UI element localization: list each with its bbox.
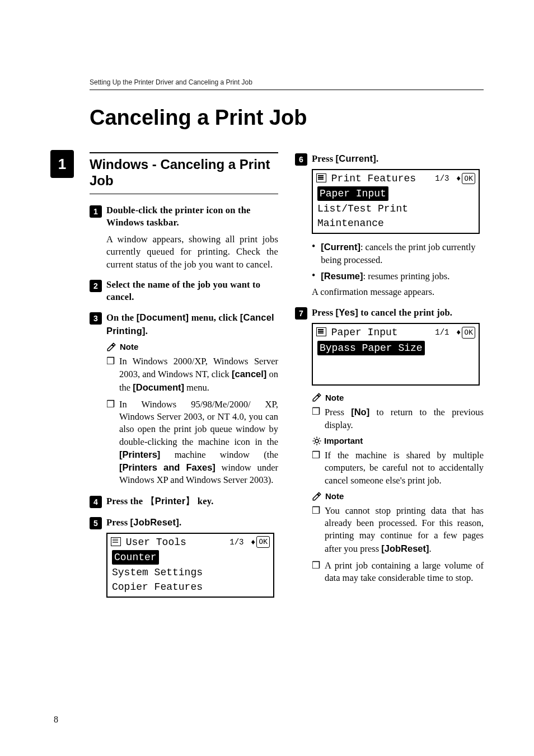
ui-label-printers-faxes: [Printers and Faxes] xyxy=(119,462,216,472)
screen-pager: 1/3 xyxy=(229,537,243,548)
txt: . xyxy=(146,326,148,336)
lcd-screen-print-features: Print Features 1/3 ♦OK Paper Input List/… xyxy=(312,169,480,234)
step-text: Press the Printer key. xyxy=(106,495,214,508)
list-item: ❒ In Windows 95/98/Me/2000/ XP, Windows … xyxy=(106,398,278,487)
screen-pager: 1/3 xyxy=(435,173,449,184)
list-item: ❒ If the machine is shared by multiple c… xyxy=(312,449,484,487)
step-tail: A confirmation message appears. xyxy=(312,286,484,298)
step-1: 1 Double-click the printer icon on the W… xyxy=(90,204,278,271)
txt: key. xyxy=(195,496,214,506)
ui-label-cancel: [cancel] xyxy=(232,369,266,379)
list-item: ❒ In Windows 2000/XP, Windows Server 200… xyxy=(106,355,278,394)
txt: Press xyxy=(312,153,336,164)
ui-label-jobreset: [JobReset] xyxy=(130,517,179,527)
pencil-icon xyxy=(106,342,116,352)
ui-label-current: [Current] xyxy=(336,153,376,163)
ui-label-printers: [Printers] xyxy=(119,449,160,459)
step-number: 7 xyxy=(295,307,307,320)
right-column: 6 Press [Current]. Print Features 1/3 ♦O… xyxy=(295,152,484,605)
bullet-icon: • xyxy=(312,270,315,283)
bullet-icon: ❒ xyxy=(106,398,115,487)
section-heading: Windows - Canceling a Print Job xyxy=(90,152,278,194)
list-icon xyxy=(111,537,120,545)
list-item: • [Resume]: resumes printing jobs. xyxy=(312,270,484,283)
screen-title: Paper Input xyxy=(331,327,398,338)
note-list: ❒ You cannot stop printing data that has… xyxy=(312,505,484,585)
ui-label-current: [Current] xyxy=(321,242,360,252)
screen-pager: 1/1 xyxy=(435,327,449,338)
lcd-screen-paper-input: Paper Input 1/1 ♦OK Bypass Paper Size xyxy=(312,323,480,386)
lcd-screen-user-tools: User Tools 1/3 ♦OK Counter System Settin… xyxy=(106,533,274,598)
txt: . xyxy=(179,517,181,528)
list-item: • [Current]: cancels the print job curre… xyxy=(312,241,484,266)
ui-label-resume: [Resume] xyxy=(321,271,363,281)
screen-title: User Tools xyxy=(126,537,186,548)
ok-icon: OK xyxy=(462,327,475,339)
note-heading: Note xyxy=(312,491,484,501)
step-number: 6 xyxy=(295,153,307,166)
note-heading: Note xyxy=(106,342,278,352)
arrow-icon: ♦ xyxy=(456,327,461,338)
step-6: 6 Press [Current]. Print Features 1/3 ♦O… xyxy=(295,152,484,298)
pencil-icon xyxy=(312,392,322,402)
printer-key: Printer xyxy=(146,496,195,506)
ui-label-document: [Document] xyxy=(133,382,184,392)
list-icon xyxy=(316,173,325,181)
bullet-icon: ❒ xyxy=(312,406,320,431)
note-label: Note xyxy=(120,342,138,351)
ui-label-no: [No] xyxy=(351,407,369,417)
left-column: Windows - Canceling a Print Job 1 Double… xyxy=(90,152,278,605)
arrow-icon: ♦ xyxy=(251,537,255,548)
screen-row: List/Test Print xyxy=(315,201,476,216)
ok-icon: OK xyxy=(256,536,270,548)
bullet-icon: ❒ xyxy=(106,355,115,394)
step-number: 4 xyxy=(90,496,102,508)
list-item: ❒ A print job containing a large volume … xyxy=(312,560,484,585)
note-list: ❒ In Windows 2000/XP, Windows Server 200… xyxy=(106,355,278,487)
important-list: ❒ If the machine is shared by multiple c… xyxy=(312,449,484,487)
step-number: 3 xyxy=(90,312,102,325)
running-header: Setting Up the Printer Driver and Cancel… xyxy=(90,78,484,90)
note-list: ❒ Press [No] to return to the previous d… xyxy=(312,406,484,431)
step-text: Press [JobReset]. xyxy=(106,516,181,529)
txt: If the machine is shared by multiple com… xyxy=(325,449,484,487)
txt: menu. xyxy=(184,382,209,393)
txt: Press the xyxy=(106,496,146,506)
gear-icon xyxy=(312,436,322,446)
txt: Press xyxy=(325,407,351,417)
list-icon xyxy=(316,327,325,335)
step-text: Press [Current]. xyxy=(312,152,378,165)
svg-point-0 xyxy=(315,439,318,443)
txt: . xyxy=(376,153,378,164)
screen-title: Print Features xyxy=(331,173,416,184)
step-7: 7 Press [Yes] to cancel the print job. P… xyxy=(295,306,484,584)
bullet-icon: • xyxy=(312,241,315,266)
txt: : resumes printing jobs. xyxy=(363,271,450,281)
note-heading: Note xyxy=(312,392,484,402)
screen-row-selected: Paper Input xyxy=(317,186,388,201)
step-3: 3 On the [Document] menu, click [Cancel … xyxy=(90,311,278,486)
bullet-icon: ❒ xyxy=(312,449,320,487)
screen-row: System Settings xyxy=(110,565,271,580)
screen-row: Copier Features xyxy=(110,580,271,594)
txt: machine window (the xyxy=(160,449,278,460)
bullet-icon: ❒ xyxy=(312,560,320,585)
page-title: Canceling a Print Job xyxy=(90,106,484,130)
txt: In Windows 95/98/Me/2000/ XP, Windows Se… xyxy=(119,399,278,447)
step-text: Double-click the printer icon on the Win… xyxy=(106,204,278,229)
pencil-icon xyxy=(312,491,322,501)
ui-label-jobreset: [JobReset] xyxy=(381,543,429,553)
screen-row-selected: Bypass Paper Size xyxy=(317,341,425,355)
page-number: 8 xyxy=(54,715,58,725)
list-item: ❒ You cannot stop printing data that has… xyxy=(312,505,484,555)
bullet-icon: ❒ xyxy=(312,505,320,555)
important-heading: Important xyxy=(312,436,484,446)
txt: Press xyxy=(312,307,336,318)
important-label: Important xyxy=(324,436,363,445)
txt: Press xyxy=(106,517,130,528)
chapter-side-tab: 1 xyxy=(50,150,74,178)
ui-label-yes: [Yes] xyxy=(336,307,358,317)
txt: On the xyxy=(106,312,137,323)
screen-row-selected: Counter xyxy=(112,550,159,565)
step-text: Press [Yes] to cancel the print job. xyxy=(312,306,452,319)
